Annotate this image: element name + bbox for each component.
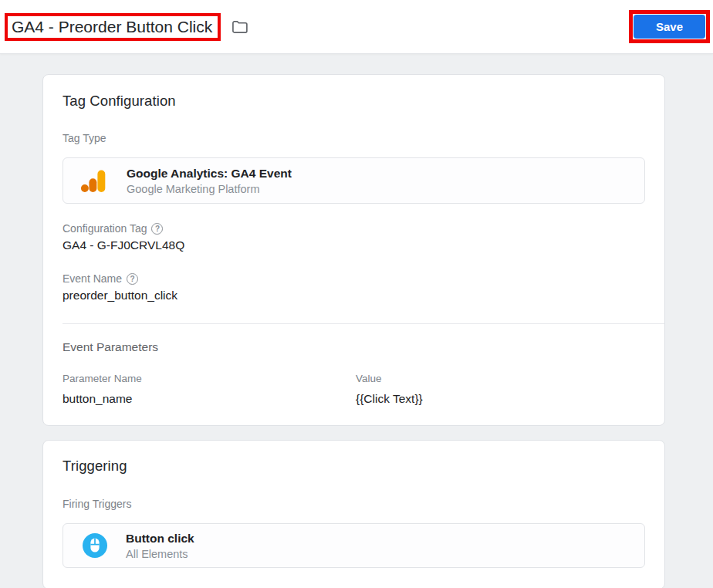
gtm-tag-editor: GA4 - Preorder Button Click Save Tag Con… (0, 0, 713, 588)
google-analytics-icon (79, 167, 107, 194)
annotation-box-save: Save (629, 10, 710, 43)
help-icon[interactable]: ? (127, 273, 138, 285)
tag-type-name: Google Analytics: GA4 Event (127, 167, 292, 181)
section-divider (63, 323, 664, 324)
event-name-label-text: Event Name (63, 272, 122, 285)
event-name-value: preorder_button_click (63, 289, 645, 302)
editor-header: GA4 - Preorder Button Click Save (0, 0, 713, 54)
configuration-tag-label: Configuration Tag ? (63, 222, 645, 235)
help-icon[interactable]: ? (151, 223, 163, 235)
configuration-tag-value: GA4 - G-FJ0CRVL48Q (63, 238, 645, 252)
trigger-text: Button click All Elements (126, 532, 194, 560)
tag-name-title[interactable]: GA4 - Preorder Button Click (12, 17, 212, 36)
trigger-type: All Elements (126, 548, 194, 560)
folder-icon-svg (231, 19, 248, 35)
column-header-parameter-name: Parameter Name (63, 373, 356, 384)
annotation-box-title: GA4 - Preorder Button Click (5, 13, 221, 41)
event-parameters-table: Parameter Name Value button_name {{Click… (63, 373, 645, 406)
triggering-heading: Triggering (63, 458, 645, 475)
mouse-icon (83, 533, 107, 558)
folder-icon[interactable] (229, 17, 249, 37)
editor-body: Tag Configuration Tag Type Google Analyt… (0, 54, 713, 588)
parameter-name-cell: button_name (63, 392, 356, 406)
event-name-label: Event Name ? (63, 272, 645, 285)
save-button[interactable]: Save (634, 15, 705, 39)
trigger-name: Button click (126, 532, 194, 546)
tag-type-card[interactable]: Google Analytics: GA4 Event Google Marke… (63, 157, 645, 204)
tag-configuration-card: Tag Configuration Tag Type Google Analyt… (42, 74, 665, 426)
event-parameters-heading: Event Parameters (63, 340, 645, 354)
configuration-tag-label-text: Configuration Tag (63, 222, 147, 235)
trigger-row[interactable]: Button click All Elements (63, 523, 645, 568)
column-header-value: Value (356, 373, 645, 384)
tag-configuration-heading: Tag Configuration (63, 93, 645, 110)
triggering-card: Triggering Firing Triggers Button click … (42, 440, 665, 588)
firing-triggers-label: Firing Triggers (63, 498, 645, 510)
tag-type-text: Google Analytics: GA4 Event Google Marke… (127, 167, 292, 195)
tag-type-vendor: Google Marketing Platform (127, 183, 292, 195)
parameter-value-cell: {{Click Text}} (356, 392, 645, 406)
tag-type-label: Tag Type (63, 132, 645, 144)
